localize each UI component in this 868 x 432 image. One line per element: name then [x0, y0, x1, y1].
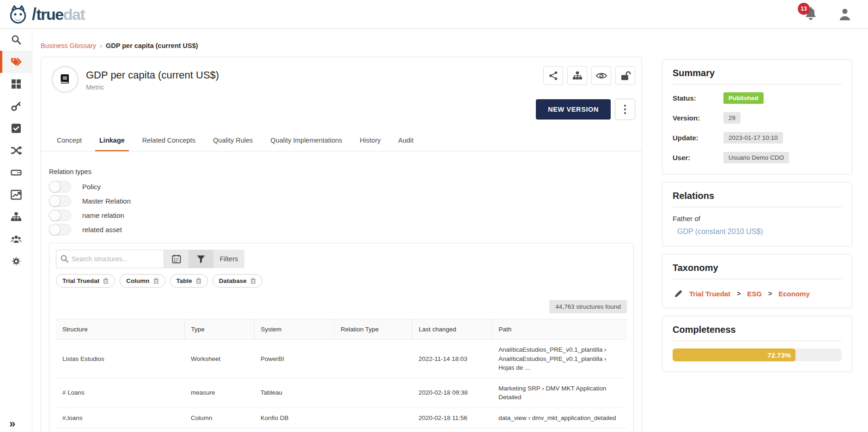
tag-icon: [10, 56, 22, 67]
column-header-path[interactable]: Path: [492, 319, 627, 340]
sidebar-item-access[interactable]: [0, 95, 32, 117]
trash-icon[interactable]: [196, 278, 201, 284]
search-icon: [11, 34, 22, 45]
tab-linkage[interactable]: Linkage: [99, 137, 125, 151]
taxonomy-card: Taxonomy Trial Truedat > ESG > Economy: [662, 254, 852, 308]
trash-icon[interactable]: [103, 278, 109, 284]
sidebar-item-analytics[interactable]: [0, 184, 32, 206]
update-label: Update:: [673, 134, 723, 142]
sidebar-item-settings[interactable]: [0, 250, 32, 272]
taxonomy-separator: >: [768, 290, 772, 297]
status-badge: Published: [723, 92, 764, 104]
table-row[interactable]: Listas Estudios Worksheet PowerBI 2022-1…: [56, 340, 627, 378]
sidebar-item-organization[interactable]: [0, 206, 32, 228]
toggle-name-relation-label: name relation: [82, 211, 124, 219]
column-header-type[interactable]: Type: [184, 319, 254, 340]
taxonomy-link-subdomain[interactable]: ESG: [747, 290, 762, 298]
pencil-icon[interactable]: [674, 289, 683, 298]
trash-icon[interactable]: [153, 278, 159, 284]
sidebar-item-structures[interactable]: [0, 162, 32, 184]
date-filter-button[interactable]: [164, 250, 188, 268]
cell-type: Column: [184, 408, 254, 428]
key-icon: [11, 101, 22, 112]
logo-wordmark: /truedat: [30, 6, 85, 23]
chip-label: Column: [126, 277, 149, 284]
update-badge: 2023-01-17 10:10: [723, 132, 783, 144]
calendar-icon: [172, 254, 181, 264]
breadcrumb-separator: ›: [100, 42, 102, 49]
concept-title-row: GDP per capita (current US$) Metric: [41, 57, 642, 137]
search-structures-input[interactable]: [56, 250, 164, 268]
cell-type: Worksheet: [184, 340, 254, 378]
sidebar-item-users[interactable]: [0, 228, 32, 250]
sidebar-item-dashboards[interactable]: [0, 73, 32, 95]
toggle-policy[interactable]: [49, 181, 71, 192]
drive-icon: [11, 168, 22, 178]
concept-avatar: [51, 66, 79, 93]
tab-quality-rules[interactable]: Quality Rules: [213, 137, 253, 151]
sidebar-item-lineage[interactable]: [0, 139, 32, 162]
column-header-relation-type[interactable]: Relation Type: [334, 319, 412, 340]
cell-system: Tableau: [254, 378, 334, 408]
filters-button[interactable]: Filters: [213, 250, 244, 268]
taxonomy-link-leaf[interactable]: Economy: [778, 290, 810, 298]
tab-concept[interactable]: Concept: [57, 137, 82, 151]
tab-related-concepts[interactable]: Related Concepts: [142, 137, 195, 151]
tab-audit[interactable]: Audit: [398, 137, 413, 151]
trash-icon[interactable]: [250, 278, 256, 284]
filter-chip-table[interactable]: Table: [170, 274, 208, 288]
toggle-master-relation[interactable]: [49, 195, 71, 207]
completeness-progress-fill: 72.73%: [673, 348, 795, 361]
relations-card: Relations Father of GDP (constant 2010 U…: [662, 182, 852, 246]
sitemap-icon: [11, 212, 22, 222]
toggle-name-relation[interactable]: [49, 210, 71, 221]
status-label: Status:: [673, 94, 723, 102]
owl-logo-icon: [7, 4, 29, 25]
column-header-structure[interactable]: Structure: [56, 319, 184, 340]
watch-button[interactable]: [591, 66, 611, 85]
truedat-logo[interactable]: /truedat: [7, 4, 85, 25]
taxonomy-link-domain[interactable]: Trial Truedat: [689, 290, 730, 298]
new-version-button[interactable]: NEW VERSION: [536, 99, 611, 120]
column-header-system[interactable]: System: [254, 319, 334, 340]
search-icon: [60, 254, 69, 263]
toggle-related-asset[interactable]: [49, 224, 71, 235]
breadcrumb-parent-link[interactable]: Business Glossary: [41, 42, 96, 49]
sidebar-item-search[interactable]: [0, 29, 32, 51]
cell-type: measure: [184, 378, 254, 408]
unlock-button[interactable]: [615, 66, 635, 85]
check-square-icon: [11, 123, 21, 133]
sidebar-expand-button[interactable]: »: [9, 417, 14, 430]
cell-structure: #,loans: [56, 408, 184, 428]
concept-card: GDP per capita (current US$) Metric: [41, 57, 642, 432]
notification-count-badge: 13: [798, 3, 810, 15]
user-badge: Usuario Demo CDO: [723, 152, 789, 163]
user-label: User:: [673, 154, 723, 162]
tab-history[interactable]: History: [360, 137, 381, 151]
completeness-title: Completeness: [673, 324, 842, 341]
taxonomy-title: Taxonomy: [673, 263, 842, 279]
filter-chip-database[interactable]: Database: [212, 274, 262, 288]
column-header-last-changed[interactable]: Last changed: [412, 319, 492, 340]
related-concept-link[interactable]: GDP (constant 2010 US$): [677, 228, 842, 236]
filter-chip-column[interactable]: Column: [120, 274, 165, 288]
version-badge: 29: [723, 112, 741, 124]
funnel-icon: [196, 255, 206, 264]
filter-funnel-button[interactable]: [188, 250, 213, 268]
more-actions-button[interactable]: [615, 99, 635, 120]
structure-tree-button[interactable]: [567, 66, 587, 85]
table-row[interactable]: # Loans measure Tableau 2020-02-18 09:38…: [56, 378, 627, 408]
breadcrumb-current: GDP per capita (current US$): [106, 42, 198, 49]
cell-system: Konfio DB: [254, 408, 334, 428]
table-row[interactable]: #,loans Column Konfio DB 2020-02-18 11:5…: [56, 408, 627, 428]
sidebar-item-glossary[interactable]: [0, 51, 32, 73]
filter-chip-trial-truedat[interactable]: Trial Truedat: [56, 274, 115, 288]
tab-quality-implementations[interactable]: Quality Implementations: [270, 137, 342, 151]
right-rail: Summary Status: Published Version: 29 Up…: [662, 59, 852, 379]
sidebar-item-quality[interactable]: [0, 117, 32, 139]
breadcrumb: Business Glossary › GDP per capita (curr…: [41, 42, 198, 49]
user-menu[interactable]: [838, 7, 851, 21]
chip-label: Database: [219, 277, 247, 284]
notifications-bell[interactable]: 13: [804, 6, 818, 22]
share-button[interactable]: [543, 66, 563, 85]
